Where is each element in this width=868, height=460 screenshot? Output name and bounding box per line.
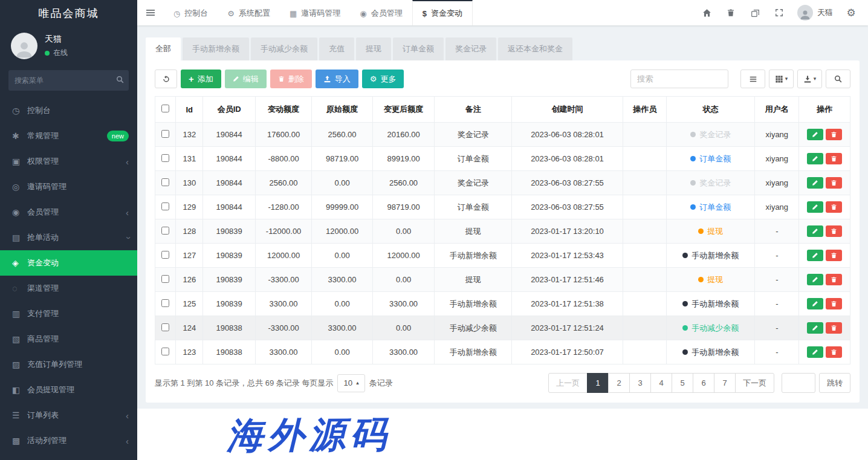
row-checkbox[interactable] [161, 323, 169, 331]
search-icon[interactable] [116, 76, 124, 85]
page-button-3[interactable]: 3 [629, 373, 651, 393]
export-button[interactable]: ▾ [797, 70, 822, 88]
row-edit-button[interactable] [807, 177, 823, 189]
jump-button[interactable]: 跳转 [819, 373, 850, 393]
home-icon[interactable] [695, 0, 719, 25]
row-checkbox[interactable] [161, 178, 169, 186]
row-edit-button[interactable] [807, 250, 823, 261]
page-button-5[interactable]: 5 [672, 373, 693, 393]
table-row[interactable]: 13219084417600.002560.0020160.00奖金记录2023… [155, 123, 850, 147]
table-row[interactable]: 12719083912000.000.0012000.00手动新增余额2023-… [155, 244, 850, 268]
sidebar-item-2[interactable]: ▣权限管理‹ [0, 149, 137, 174]
column-header[interactable]: 变更后额度 [372, 97, 435, 123]
sidebar-item-5[interactable]: ▤抢单活动‹ [0, 225, 137, 250]
tab-5[interactable]: 订单金额 [393, 37, 444, 60]
import-button[interactable]: 导入 [316, 70, 358, 88]
sidebar-item-1[interactable]: ✱常规管理new [0, 123, 137, 149]
sidebar-search-input[interactable] [8, 70, 129, 91]
page-size-dropdown[interactable]: 10 ▴ [337, 374, 364, 392]
sidebar-item-4[interactable]: ◉会员管理‹ [0, 199, 137, 225]
search-button[interactable] [826, 70, 850, 88]
column-header[interactable]: Id [176, 97, 203, 123]
row-checkbox[interactable] [161, 227, 169, 235]
row-delete-button[interactable] [826, 322, 842, 334]
sidebar-item-9[interactable]: ▧商品管理 [0, 326, 137, 352]
add-button[interactable]: +添加 [181, 70, 221, 88]
next-page-button[interactable]: 下一页 [735, 373, 774, 393]
table-row[interactable]: 128190839-12000.0012000.000.00提现2023-01-… [155, 219, 850, 244]
row-checkbox[interactable] [161, 202, 169, 210]
row-edit-button[interactable] [807, 274, 823, 285]
prev-page-button[interactable]: 上一页 [548, 373, 588, 393]
menu-toggle-icon[interactable] [137, 0, 164, 25]
topbar-item-4[interactable]: $资金变动 [412, 0, 473, 25]
page-button-1[interactable]: 1 [587, 373, 609, 393]
cache-icon[interactable] [743, 0, 767, 25]
tab-6[interactable]: 奖金记录 [445, 37, 496, 60]
more-button[interactable]: ⚙更多 [362, 70, 404, 88]
column-header[interactable]: 会员ID [203, 97, 255, 123]
tab-2[interactable]: 手动减少余额 [251, 37, 317, 60]
columns-button[interactable]: ▾ [769, 70, 794, 88]
sidebar-item-3[interactable]: ◎邀请码管理 [0, 174, 137, 199]
row-delete-button[interactable] [826, 298, 842, 309]
sidebar-item-12[interactable]: ☰订单列表‹ [0, 403, 137, 428]
sidebar-item-7[interactable]: ◌渠道管理 [0, 276, 137, 301]
row-checkbox[interactable] [161, 154, 169, 162]
column-header[interactable]: 变动额度 [255, 97, 311, 123]
sidebar-item-11[interactable]: ◧会员提现管理 [0, 377, 137, 403]
page-button-6[interactable]: 6 [693, 373, 714, 393]
column-header[interactable]: 用户名 [755, 97, 799, 123]
row-delete-button[interactable] [826, 153, 842, 164]
page-button-7[interactable]: 7 [714, 373, 736, 393]
column-header[interactable]: 操作员 [623, 97, 666, 123]
row-edit-button[interactable] [807, 201, 823, 213]
row-delete-button[interactable] [826, 201, 842, 213]
select-all-checkbox[interactable] [161, 105, 169, 112]
topbar-user[interactable]: 天猫 [791, 5, 839, 21]
column-header[interactable]: 备注 [435, 97, 512, 123]
topbar-item-0[interactable]: ◷控制台 [164, 0, 218, 25]
table-search-input[interactable] [630, 70, 728, 88]
edit-button[interactable]: 编辑 [225, 70, 267, 88]
row-delete-button[interactable] [826, 177, 842, 189]
row-edit-button[interactable] [807, 346, 823, 358]
table-row[interactable]: 1301908442560.000.002560.00奖金记录2023-06-0… [155, 171, 850, 195]
jump-page-input[interactable] [782, 373, 815, 393]
gear-icon[interactable]: ⚙ [839, 0, 863, 25]
row-checkbox[interactable] [161, 275, 169, 283]
refresh-button[interactable] [155, 70, 177, 88]
tab-4[interactable]: 提现 [356, 37, 391, 60]
table-row[interactable]: 1231908383300.000.003300.00手动新增余额2023-01… [155, 340, 850, 364]
sidebar-item-8[interactable]: ▥支付管理 [0, 301, 137, 326]
column-header[interactable]: 状态 [667, 97, 755, 123]
sidebar-item-13[interactable]: ▩活动列管理‹ [0, 428, 137, 453]
delete-button[interactable]: 删除 [270, 70, 312, 88]
row-edit-button[interactable] [807, 322, 823, 334]
trash-icon[interactable] [719, 0, 743, 25]
topbar-item-2[interactable]: ▦邀请码管理 [280, 0, 350, 25]
row-edit-button[interactable] [807, 298, 823, 309]
row-delete-button[interactable] [826, 250, 842, 261]
sidebar-item-10[interactable]: ▨充值订单列管理 [0, 352, 137, 377]
detail-view-button[interactable] [740, 70, 765, 88]
tab-7[interactable]: 返还本金和奖金 [498, 37, 572, 60]
row-delete-button[interactable] [826, 274, 842, 285]
row-checkbox[interactable] [161, 299, 169, 307]
page-button-2[interactable]: 2 [608, 373, 630, 393]
row-checkbox[interactable] [161, 130, 169, 138]
row-edit-button[interactable] [807, 225, 823, 237]
table-row[interactable]: 131190844-8800.0098719.0089919.00订单金额202… [155, 147, 850, 171]
tab-1[interactable]: 手动新增余额 [183, 37, 249, 60]
column-header[interactable]: 原始额度 [312, 97, 373, 123]
row-checkbox[interactable] [161, 348, 169, 355]
row-delete-button[interactable] [826, 129, 842, 140]
row-delete-button[interactable] [826, 346, 842, 358]
table-row[interactable]: 129190844-1280.0099999.0098719.00订单金额202… [155, 195, 850, 219]
topbar-item-1[interactable]: ⚙系统配置 [218, 0, 280, 25]
table-row[interactable]: 124190838-3300.003300.000.00手动减少余额2023-0… [155, 316, 850, 340]
table-row[interactable]: 126190839-3300.003300.000.00提现2023-01-17… [155, 268, 850, 292]
column-header[interactable]: 创建时间 [512, 97, 623, 123]
row-checkbox[interactable] [161, 251, 169, 259]
tab-3[interactable]: 充值 [319, 37, 354, 60]
